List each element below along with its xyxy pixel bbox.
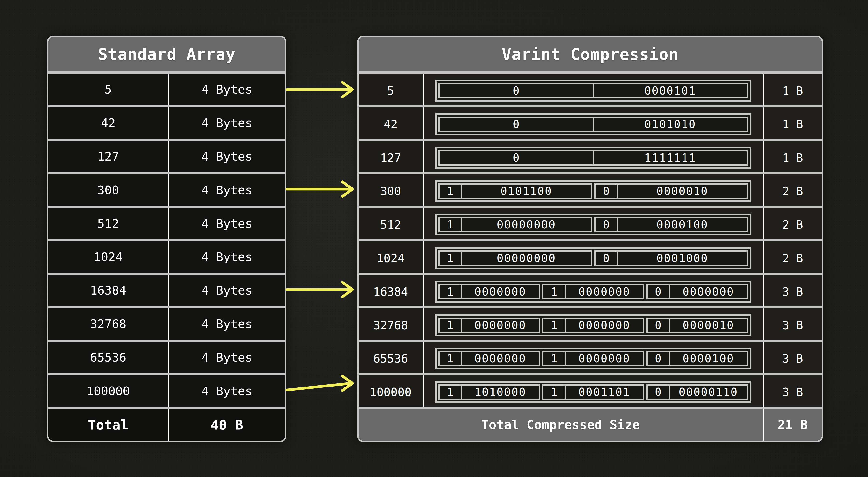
varint-size-cell: 1 B [763,108,822,141]
array-size-cell: 4 Bytes [169,174,285,206]
varint-size-cell: 3 B [763,308,822,342]
standard-array-body: 54 Bytes424 Bytes1274 Bytes3004 Bytes512… [49,74,285,407]
byte-group: 100000001000000000000100 [435,348,751,369]
array-value-cell: 127 [49,141,169,173]
payload-bits: 1111111 [594,151,747,164]
byte-group: 10000000000001000 [435,247,751,269]
array-value-cell: 1024 [49,241,169,273]
varint-value-cell: 1024 [359,241,424,275]
standard-array-row: 424 Bytes [49,106,285,139]
mapping-arrow [287,282,352,297]
varint-value-cell: 65536 [359,341,424,376]
varint-value-cell: 127 [359,141,424,175]
varint-row: 10000011010000100011010000001103 B [359,373,822,407]
byte-box: 00000010 [594,183,748,199]
mapping-arrow [287,82,352,97]
varint-row: 655361000000010000000000001003 B [359,340,822,373]
array-value-cell: 512 [49,208,169,239]
varint-row: 5000001011 B [359,74,822,106]
payload-bits: 0000000 [566,319,643,332]
varint-row: 30010101100000000102 B [359,172,822,206]
byte-box: 00000000 [646,284,748,299]
array-value-cell: 300 [49,174,169,206]
array-size-cell: 4 Bytes [169,308,285,340]
payload-bits: 0101100 [462,185,591,198]
array-size-cell: 4 Bytes [169,275,285,306]
continuation-bit: 1 [544,352,566,365]
continuation-bit: 1 [439,319,462,332]
continuation-bit: 1 [439,386,462,398]
payload-bits: 0000000 [566,285,643,298]
payload-bits: 00000000 [462,218,591,231]
continuation-bit: 0 [439,151,594,164]
varint-size-cell: 2 B [763,208,822,241]
varint-bytes-cell: 00000101 [424,74,763,108]
payload-bits: 0001000 [618,252,747,265]
continuation-bit: 1 [439,285,462,298]
varint-row: 1024100000000000010002 B [359,239,822,273]
continuation-bit: 1 [439,185,462,198]
standard-array-row: 1274 Bytes [49,139,285,173]
continuation-bit: 1 [544,386,566,398]
payload-bits: 1010000 [462,386,539,398]
standard-array-title: Standard Array [49,37,285,74]
varint-compression-title: Varint Compression [359,37,822,74]
continuation-bit: 1 [439,218,462,231]
continuation-bit: 0 [595,218,618,231]
varint-row: 127011111111 B [359,139,822,173]
continuation-bit: 1 [439,252,462,265]
continuation-bit: 0 [648,352,670,365]
payload-bits: 0000100 [670,352,747,365]
continuation-bit: 1 [439,352,462,365]
varint-diagram-canvas: { "left_table": { "title": "Standard Arr… [0,0,868,477]
payload-bits: 0000010 [670,319,747,332]
array-value-cell: 100000 [49,375,169,407]
payload-bits: 0000000 [462,352,539,365]
varint-row: 327681000000010000000000000103 B [359,306,822,340]
array-value-cell: 32768 [49,308,169,340]
varint-total-row: Total Compressed Size 21 B [359,407,822,441]
array-value-cell: 16384 [49,275,169,306]
byte-group: 01111111 [435,147,751,169]
varint-bytes-cell: 1101000010001101000000110 [424,375,763,409]
standard-array-row: 3004 Bytes [49,172,285,206]
payload-bits: 0000000 [670,285,747,298]
standard-array-row: 163844 Bytes [49,273,285,306]
continuation-bit: 0 [595,252,618,265]
varint-bytes-cell: 100000001000000000000100 [424,341,763,376]
array-value-cell: 65536 [49,341,169,373]
array-value-cell: 42 [49,108,169,139]
varint-value-cell: 100000 [359,375,424,409]
varint-size-cell: 3 B [763,341,822,376]
payload-bits: 0000000 [462,285,539,298]
byte-box: 10000000 [438,318,540,333]
varint-row: 163841000000010000000000000003 B [359,273,822,306]
standard-array-row: 655364 Bytes [49,340,285,373]
varint-bytes-cell: 10000000000001000 [424,241,763,275]
byte-box: 00000100 [646,351,748,366]
varint-size-cell: 1 B [763,74,822,108]
varint-value-cell: 5 [359,74,424,108]
byte-box: 10000000 [438,284,540,299]
continuation-bit: 1 [544,285,566,298]
standard-array-row: 1000004 Bytes [49,373,285,407]
continuation-bit: 0 [595,185,618,198]
mapping-arrow [287,182,352,197]
byte-box: 00101010 [438,117,748,132]
continuation-bit: 0 [648,386,670,398]
varint-bytes-cell: 100000001000000000000000 [424,275,763,308]
varint-compression-body: 5000001011 B42001010101 B127011111111 B3… [359,74,822,407]
payload-bits: 0000101 [594,84,747,97]
byte-box: 00000010 [646,318,748,333]
varint-bytes-cell: 01111111 [424,141,763,175]
payload-bits: 00000110 [670,386,747,398]
byte-box: 00000100 [594,217,748,232]
varint-compression-table: Varint Compression 5000001011 B420010101… [357,36,823,442]
array-size-cell: 4 Bytes [169,74,285,106]
byte-box: 00001000 [594,250,748,266]
varint-value-cell: 300 [359,174,424,208]
varint-row: 42001010101 B [359,106,822,139]
varint-value-cell: 42 [359,108,424,141]
varint-size-cell: 3 B [763,375,822,409]
byte-group: 100000001000000000000010 [435,315,751,336]
